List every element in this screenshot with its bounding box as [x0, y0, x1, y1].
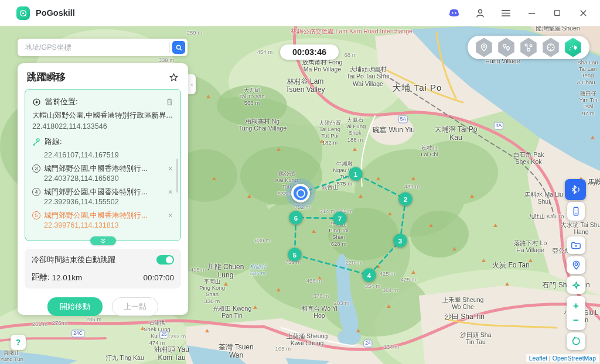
- route-point-number: 5: [32, 211, 40, 219]
- route-marker-4[interactable]: 4: [363, 269, 376, 282]
- center-location-button[interactable]: [567, 276, 585, 294]
- search-button[interactable]: [172, 41, 185, 54]
- phone-icon: [570, 205, 582, 217]
- current-location-address: 大帽山郊野公園,中國香港特別行政區新界...: [32, 111, 175, 120]
- discord-icon: [448, 8, 460, 18]
- two-pins-icon: [502, 43, 511, 52]
- distance-row: 距離: 12.01km 00:07:00: [32, 272, 174, 283]
- auto-jump-settings: 冷卻時間結束後自動跳躍 距離: 12.01km 00:07:00: [25, 249, 181, 289]
- expand-route-list-button[interactable]: [90, 236, 116, 245]
- openstreetmap-link[interactable]: OpenStreetMap: [553, 355, 596, 362]
- remove-route-point-button[interactable]: ×: [166, 188, 175, 196]
- double-chevron-down-icon: [100, 238, 107, 245]
- minimize-button[interactable]: [525, 6, 538, 19]
- pin-icon: [479, 43, 489, 52]
- route-marker-5[interactable]: 5: [288, 248, 302, 262]
- route-points-list[interactable]: 2城門郊野公園,中國香港特別行...×22.416107,114.1675193…: [32, 149, 175, 237]
- route-point-item[interactable]: 2城門郊野公園,中國香港特別行...×22.416107,114.167519: [32, 149, 175, 160]
- player-core: [294, 186, 308, 200]
- auto-jump-row: 冷卻時間結束後自動跳躍: [32, 255, 174, 265]
- device-button[interactable]: [567, 202, 585, 221]
- route-marker-1[interactable]: 1: [349, 167, 363, 181]
- title-bar: PoGoskill: [0, 0, 600, 26]
- start-move-button[interactable]: 開始移動: [47, 297, 103, 316]
- maximize-button[interactable]: [551, 6, 564, 19]
- remove-route-point-button[interactable]: ×: [166, 164, 175, 173]
- route-point-number: 4: [32, 188, 40, 196]
- previous-point-button[interactable]: 上一點: [112, 297, 158, 316]
- panel-collapse-button[interactable]: ‹: [188, 74, 196, 94]
- leaflet-link[interactable]: Leaflet: [529, 355, 548, 362]
- current-location-coords: 22.418022,114.133546: [32, 122, 175, 132]
- player-location-marker[interactable]: [286, 178, 315, 208]
- question-mark-icon: ?: [16, 338, 21, 347]
- undo-button[interactable]: [567, 332, 585, 350]
- trash-icon: [166, 98, 173, 106]
- saved-locations-button[interactable]: [567, 256, 585, 274]
- close-icon: [579, 9, 588, 18]
- person-icon: [475, 8, 486, 19]
- panel-title: 跳躍瞬移: [27, 71, 66, 84]
- menu-button[interactable]: [499, 6, 512, 19]
- account-button[interactable]: [473, 6, 486, 19]
- pin-circle-icon: [571, 259, 582, 271]
- address-search-bar: [18, 39, 188, 56]
- undo-icon: [571, 336, 581, 346]
- remove-route-point-button[interactable]: ×: [166, 211, 175, 219]
- route-point-coords: 22.403728,114.165630: [44, 174, 175, 184]
- route-list-scrollbar[interactable]: [176, 159, 178, 193]
- current-location-label: 當前位置:: [45, 97, 78, 107]
- route-point-name: 城門郊野公園,中國香港特別行...: [44, 149, 163, 150]
- teleport-mode-button[interactable]: [475, 38, 493, 57]
- discord-button[interactable]: [448, 6, 461, 19]
- distance-label: 距離:: [32, 272, 50, 283]
- maximize-icon: [553, 9, 561, 17]
- panel-buttons: 開始移動 上一點: [18, 297, 188, 316]
- route-label: 路線:: [45, 136, 62, 147]
- jump-teleport-mode-button[interactable]: [564, 38, 582, 57]
- route-point-item[interactable]: 4城門郊野公園,中國香港特別行...×22.392936,114.155502: [32, 187, 175, 207]
- current-location-row: 當前位置:: [32, 97, 175, 107]
- cooldown-countdown: 00:07:00: [143, 273, 174, 282]
- route-marker-2[interactable]: 2: [399, 193, 412, 206]
- favorite-route-button[interactable]: [169, 73, 179, 83]
- distance-value: 12.01km: [52, 273, 83, 282]
- zoom-in-button[interactable]: +: [573, 301, 579, 311]
- route-point-name: 城門郊野公園,中國香港特別行...: [44, 164, 163, 174]
- auto-jump-toggle[interactable]: [156, 255, 174, 265]
- cooldown-timer-pill: 00:03:46: [280, 44, 339, 60]
- bluetooth-button[interactable]: [565, 179, 586, 200]
- crosshair-icon: [571, 280, 582, 291]
- teleport-mode-bar: [468, 36, 589, 59]
- route-marker-7[interactable]: 7: [333, 212, 347, 225]
- route-marker-3[interactable]: 3: [394, 234, 407, 248]
- multi-spot-route-mode-button[interactable]: [520, 38, 537, 57]
- help-button[interactable]: ?: [11, 335, 26, 350]
- app-logo: [16, 6, 30, 20]
- route-info-box: 當前位置: 大帽山郊野公園,中國香港特別行政區新界... 22.418022,1…: [25, 89, 181, 241]
- close-button[interactable]: [577, 6, 589, 19]
- route-point-number: 3: [32, 164, 40, 173]
- jump-teleport-icon: [568, 43, 578, 52]
- route-header: 路線:: [32, 136, 175, 147]
- attribution-separator: |: [549, 355, 551, 362]
- favorites-folder-button[interactable]: [567, 236, 585, 254]
- route-icon: [32, 138, 41, 146]
- two-spot-route-mode-button[interactable]: [497, 38, 515, 57]
- chevron-left-icon: ‹: [191, 81, 193, 88]
- search-input[interactable]: [23, 43, 169, 52]
- map-attribution: Leaflet | OpenStreetMap: [526, 354, 599, 362]
- window-controls: [448, 6, 589, 19]
- jump-teleport-panel: 跳躍瞬移 當前位置: 大帽山郊野公園,中國香港特別行政區新界... 22.418…: [18, 63, 188, 315]
- zoom-out-button[interactable]: −: [573, 315, 579, 325]
- bluetooth-icon: [569, 183, 582, 196]
- route-point-coords: 22.392936,114.155502: [44, 198, 175, 207]
- route-point-coords: 22.399761,114.131813: [44, 221, 175, 231]
- delete-route-button[interactable]: [166, 98, 173, 106]
- route-point-item[interactable]: 5城門郊野公園,中國香港特別行...×22.399761,114.131813: [32, 211, 175, 231]
- zoom-controls: + −: [567, 296, 585, 330]
- route-point-item[interactable]: 3城門郊野公園,中國香港特別行...×22.403728,114.165630: [32, 164, 175, 184]
- route-point-name: 城門郊野公園,中國香港特別行...: [44, 211, 163, 221]
- route-marker-6[interactable]: 6: [289, 211, 303, 225]
- joystick-mode-button[interactable]: [542, 38, 560, 57]
